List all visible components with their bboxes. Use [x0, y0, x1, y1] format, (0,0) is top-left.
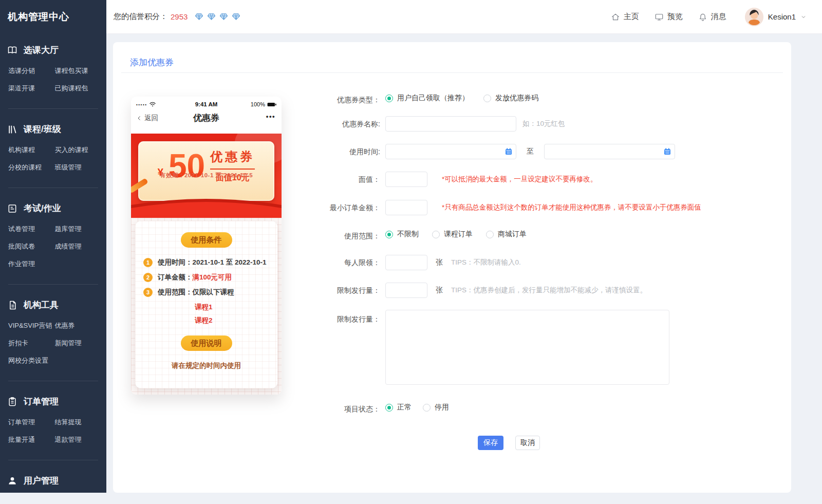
- sidebar-section-users: 用户管理 学员列表 学习情况 教师列表 用户组: [0, 464, 106, 493]
- divider: [8, 381, 98, 381]
- coupon-name-input[interactable]: [385, 116, 516, 132]
- radio-status-disabled[interactable]: 停用: [423, 403, 449, 412]
- more-dots-icon: •••: [266, 113, 275, 120]
- sidebar-section-title: 考试/作业: [24, 202, 61, 214]
- clipboard-icon: [7, 397, 17, 407]
- status-label: 项目状态：: [298, 405, 380, 414]
- end-date-field: [544, 144, 675, 159]
- user-name: Kesion1: [768, 12, 796, 21]
- sidebar-item[interactable]: 已购课程包: [55, 80, 100, 97]
- radio-user-claim[interactable]: 用户自己领取（推荐）: [385, 94, 469, 103]
- nav-home[interactable]: 主页: [611, 12, 639, 22]
- sidebar-section-header: 订单管理: [7, 396, 99, 407]
- phone-page-title: 优惠券: [131, 112, 282, 124]
- sidebar-item[interactable]: 选课分销: [8, 62, 53, 80]
- sidebar-section-title: 用户管理: [24, 475, 59, 487]
- sidebar-item[interactable]: 网校分类设置: [8, 352, 53, 369]
- issue-limit-input[interactable]: [385, 283, 427, 298]
- sidebar-section-title: 订单管理: [24, 396, 59, 407]
- coupon-name: 优惠券: [210, 148, 255, 170]
- use-time-label: 使用时间:: [298, 147, 380, 157]
- coupon-banner: ¥ 50 优惠券 面值10元 有效期：2021-10-1 至 2021-10-5: [131, 134, 282, 218]
- calendar-icon[interactable]: [505, 147, 513, 156]
- sidebar-item[interactable]: VIP&SVIP营销: [8, 317, 53, 334]
- sidebar-item[interactable]: 题库管理: [55, 220, 100, 238]
- condition-value: 仅限以下课程: [193, 288, 234, 296]
- condition-label: 使用时间：: [158, 258, 193, 266]
- radio-scope-course[interactable]: 课程订单: [432, 230, 473, 239]
- coupon-validity: 有效期：2021-10-1 至 2021-10-5: [138, 172, 274, 179]
- calendar-icon[interactable]: [663, 147, 671, 156]
- user-menu[interactable]: Kesion1: [745, 8, 807, 26]
- sidebar-section-title: 机构工具: [24, 299, 59, 311]
- book-open-icon: [7, 45, 17, 55]
- per-person-input[interactable]: [385, 255, 427, 270]
- condition-item: 2 订单金额：满100元可用: [143, 273, 277, 282]
- file-copy-icon: [7, 300, 17, 310]
- divider: [8, 108, 98, 109]
- coupon-name-label: 优惠券名称:: [298, 120, 380, 129]
- sidebar-item[interactable]: 批量开通: [8, 431, 53, 449]
- app-root: 机构管理中心 选课大厅 选课分销 课程包买课 渠道开课 已购课程包 课程/班级 …: [0, 0, 822, 504]
- sidebar-item[interactable]: 结算提现: [55, 414, 100, 431]
- sidebar-item[interactable]: 批阅试卷: [8, 238, 53, 255]
- sidebar-item[interactable]: 订单管理: [8, 414, 53, 431]
- form-actions: 保存 取消: [478, 436, 540, 450]
- divider: [121, 72, 783, 73]
- radio-dot: [423, 404, 431, 412]
- nav-preview[interactable]: 预览: [655, 12, 683, 22]
- scope-label: 使用范围：: [298, 232, 380, 241]
- sidebar-item[interactable]: 折扣卡: [8, 334, 53, 352]
- nav-messages[interactable]: 消息: [698, 12, 726, 22]
- radio-label: 正常: [397, 403, 412, 412]
- sidebar-section-header: 考试/作业: [7, 202, 99, 214]
- divider: [8, 284, 98, 285]
- coupon-name-hint: 如：10元红包: [522, 119, 565, 128]
- radio-issue-code[interactable]: 发放优惠券码: [483, 94, 538, 103]
- sidebar-item[interactable]: 课程包买课: [55, 62, 100, 80]
- min-order-label: 最小订单金额：: [298, 203, 380, 213]
- library-icon: [7, 124, 17, 135]
- diamond-icon: [219, 12, 228, 21]
- nav-label: 主页: [624, 12, 639, 22]
- min-order-input[interactable]: [385, 200, 427, 215]
- save-button[interactable]: 保存: [478, 436, 503, 450]
- sidebar-item[interactable]: 优惠券: [55, 317, 100, 334]
- user-icon: [7, 476, 17, 486]
- sidebar-item[interactable]: 成绩管理: [55, 238, 100, 255]
- per-person-label: 每人限领：: [298, 258, 380, 268]
- diamond-icon: [195, 12, 203, 21]
- radio-dot: [385, 95, 393, 102]
- face-value-input[interactable]: [385, 172, 427, 187]
- radio-status-normal[interactable]: 正常: [385, 403, 412, 412]
- coupon-card: ¥ 50 优惠券 面值10元 有效期：2021-10-1 至 2021-10-5: [138, 141, 274, 201]
- radio-dot: [486, 231, 494, 238]
- description-textarea[interactable]: [385, 310, 669, 385]
- sidebar-item[interactable]: 分校的课程: [8, 159, 53, 176]
- start-date-field: [385, 144, 516, 159]
- sidebar-item[interactable]: 机构课程: [8, 141, 53, 159]
- radio-label: 发放优惠券码: [495, 94, 538, 103]
- sidebar-item[interactable]: 新闻管理: [55, 334, 100, 352]
- sidebar-section-exams: 考试/作业 试卷管理 题库管理 批阅试卷 成绩管理 作业管理: [0, 192, 106, 280]
- sidebar-section-course-class: 课程/班级 机构课程 买入的课程 分校的课程 班级管理: [0, 113, 106, 183]
- radio-dot: [385, 404, 393, 412]
- phone-content-area: 使用条件 1 使用时间：2021-10-1 至 2022-10-1 2 订单金额…: [131, 218, 282, 395]
- sidebar-item[interactable]: 退款管理: [55, 431, 100, 449]
- start-date-input[interactable]: [385, 144, 516, 159]
- sidebar-item[interactable]: 班级管理: [55, 159, 100, 176]
- sidebar-item[interactable]: 试卷管理: [8, 220, 53, 238]
- end-date-input[interactable]: [544, 144, 675, 159]
- radio-scope-mall[interactable]: 商城订单: [486, 230, 527, 239]
- cancel-button[interactable]: 取消: [515, 436, 540, 450]
- sidebar-item[interactable]: 作业管理: [8, 255, 53, 273]
- condition-number: 2: [143, 273, 153, 282]
- per-person-unit: 张: [436, 258, 443, 267]
- credit-label: 您的信誉积分：: [114, 12, 167, 22]
- sidebar-section-title: 选课大厅: [24, 44, 59, 56]
- face-value-note: *可以抵消的最大金额，一旦设定建议不要再修改。: [442, 175, 597, 184]
- sidebar-item[interactable]: 渠道开课: [8, 80, 53, 97]
- sidebar-item[interactable]: 买入的课程: [55, 141, 100, 159]
- sidebar-section-header: 用户管理: [7, 475, 99, 487]
- radio-scope-unlimited[interactable]: 不限制: [385, 230, 419, 239]
